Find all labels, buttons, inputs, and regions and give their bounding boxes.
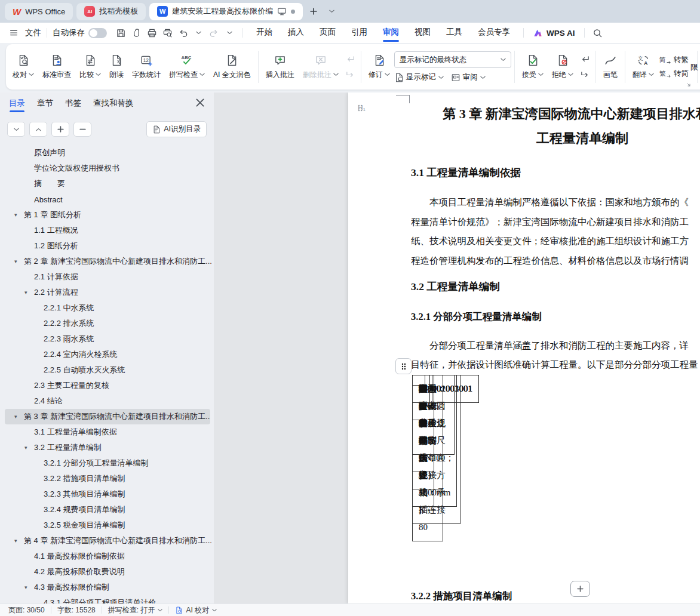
next-change-icon[interactable] <box>580 70 590 80</box>
outline-item[interactable]: 2.2.5 自动喷水灭火系统 <box>0 362 211 378</box>
previous-change-icon[interactable] <box>580 54 590 64</box>
outline-item[interactable]: 2.2.4 室内消火栓系统 <box>0 347 211 362</box>
outline-item[interactable]: ▾第 2 章 新津宝湾国际物流中心新建项目排水和消防工... <box>0 254 211 269</box>
outline-item[interactable]: 2.2.1 中水系统 <box>0 300 211 316</box>
redo-chevron[interactable] <box>222 25 237 41</box>
menu-item[interactable]: 引用 <box>343 23 375 43</box>
read-aloud-button[interactable]: 朗读 <box>105 52 128 82</box>
review-pane-button[interactable]: 审阅 <box>451 72 486 82</box>
standard-review-button[interactable]: 标准审查 <box>38 52 75 82</box>
outline-item[interactable]: 摘 要 <box>0 176 211 192</box>
tab-chapters[interactable]: 章节 <box>37 93 53 115</box>
new-tab-button[interactable] <box>306 4 321 19</box>
accept-button[interactable]: 接受 <box>518 52 548 82</box>
outline-item[interactable]: 3.2.3 其他项目清单编制 <box>0 486 211 502</box>
outline-item[interactable]: 1.1 工程概况 <box>0 223 211 238</box>
outline-item[interactable]: 1.2 图纸分析 <box>0 238 211 254</box>
menu-item[interactable]: 开始 <box>248 23 280 43</box>
collapse-all-button[interactable] <box>29 122 47 137</box>
outline-item[interactable]: ▾第 4 章 新津宝湾国际物流中心新建项目排水和消防工... <box>0 533 211 549</box>
tab-list-chevron[interactable] <box>324 4 339 19</box>
search-icon[interactable] <box>590 25 606 41</box>
ai-polish-button[interactable]: AI 全文润色 <box>209 52 255 82</box>
proofread-button[interactable]: 校对 <box>8 52 38 82</box>
ink-brush-button[interactable]: 画笔 <box>599 52 622 82</box>
collapse-arrow-icon[interactable]: ▾ <box>14 258 24 264</box>
spell-check-button[interactable]: ABC 拼写检查 <box>165 52 209 82</box>
share-screen-icon[interactable] <box>277 7 287 16</box>
outline-item[interactable]: 2.3 主要工程量的复核 <box>0 378 211 393</box>
collapse-arrow-icon[interactable]: ▾ <box>14 212 24 218</box>
zoom-out-outline-button[interactable] <box>73 122 91 137</box>
menu-item[interactable]: 视图 <box>407 23 438 43</box>
outline-item[interactable]: 3.2.5 税金项目清单编制 <box>0 518 211 533</box>
show-markup-button[interactable]: 显示标记 <box>394 72 444 82</box>
reject-button[interactable]: 拒绝 <box>548 52 578 82</box>
outline-item[interactable]: 3.2.1 分部分项工程量清单编制 <box>0 455 211 471</box>
outline-item[interactable]: 2.1 计算依据 <box>0 269 211 285</box>
menu-item[interactable]: 页面 <box>312 23 343 43</box>
markup-state-select[interactable]: 显示标记的最终状态 <box>394 51 511 68</box>
undo-chevron[interactable] <box>191 25 206 41</box>
autosave-toggle[interactable] <box>88 28 107 38</box>
table-drag-handle[interactable] <box>395 358 412 374</box>
simplified-to-traditional-button[interactable]: 简 转繁 <box>659 55 689 65</box>
undo-icon[interactable] <box>175 25 191 41</box>
restrict-edit-button-partial[interactable]: 限 <box>690 62 698 73</box>
insert-comment-button[interactable]: 插入批注 <box>262 52 299 82</box>
outline-item[interactable]: 3.2.4 规费项目清单编制 <box>0 502 211 518</box>
outline-item[interactable]: ▾4.3 最高投标限价编制 <box>0 580 211 595</box>
outline-item[interactable]: 4.1 最高投标限价编制依据 <box>0 549 211 564</box>
collapse-arrow-icon[interactable]: ▾ <box>14 538 24 544</box>
outline-item[interactable]: 3.1 工程量清单编制依据 <box>0 424 211 440</box>
menu-item[interactable]: 插入 <box>280 23 312 43</box>
tab-docer-templates[interactable]: AI 找稻壳模板 <box>76 3 146 20</box>
tab-outline[interactable]: 目录 <box>9 93 25 115</box>
zoom-in-outline-button[interactable] <box>51 122 69 137</box>
tab-bookmarks[interactable]: 书签 <box>65 93 81 115</box>
outline-item[interactable]: 4.3.1 分部分项工程项目清单计价 <box>0 595 211 604</box>
outline-item[interactable]: ▾第 1 章 图纸分析 <box>0 207 211 223</box>
menu-item[interactable]: 审阅 <box>375 23 407 43</box>
heading-level-tag[interactable]: H₁ <box>358 104 363 112</box>
outline-item[interactable]: ▾第 3 章 新津宝湾国际物流中心新建项目排水和消防工... <box>5 409 210 424</box>
group-expand-icon[interactable] <box>686 82 691 87</box>
ai-proofread-status[interactable]: AI 校对 <box>175 605 217 615</box>
collapse-arrow-icon[interactable]: ▾ <box>14 414 24 420</box>
outline-item[interactable]: 原创声明 <box>0 145 211 161</box>
document-page[interactable]: H₁ 第 3 章 新津宝湾国际物流中心新建项目排水和消 工程量清单编制 3.1 … <box>348 93 700 604</box>
menu-item[interactable]: 工具 <box>438 23 470 43</box>
traditional-to-simplified-button[interactable]: 繁 转简 <box>659 69 689 79</box>
table-add-row-button[interactable] <box>570 581 590 597</box>
tab-find-replace[interactable]: 查找和替换 <box>93 93 134 115</box>
close-sidebar-icon[interactable] <box>196 98 204 107</box>
hamburger-icon[interactable] <box>6 25 22 41</box>
outline-item[interactable]: Abstract <box>0 192 211 207</box>
collapse-arrow-icon[interactable]: ▾ <box>24 584 34 590</box>
collapse-arrow-icon[interactable]: ▾ <box>24 445 34 451</box>
word-count-indicator[interactable]: 字数: 15528 <box>57 605 96 615</box>
page-indicator[interactable]: 页面: 30/50 <box>8 605 45 615</box>
spell-check-status[interactable]: 拼写检查: 打开 <box>108 605 163 615</box>
ai-recognize-outline-button[interactable]: AI识别目录 <box>146 121 207 137</box>
collapse-arrow-icon[interactable]: ▾ <box>24 289 34 295</box>
save-icon[interactable] <box>113 25 128 41</box>
print-icon[interactable] <box>144 25 159 41</box>
tab-wps-office[interactable]: W WPS Office <box>5 3 73 20</box>
tab-current-document[interactable]: W 建筑安装工程最高投标限价编 <box>149 3 303 20</box>
word-count-button[interactable]: 12 字数统计 <box>128 52 165 82</box>
menu-item[interactable]: 会员专享 <box>470 23 518 43</box>
track-changes-button[interactable]: 修订 <box>364 52 394 82</box>
expand-all-button[interactable] <box>7 122 25 137</box>
outline-item[interactable]: 2.4 结论 <box>0 393 211 409</box>
outline-item[interactable]: 2.2.2 排水系统 <box>0 316 211 331</box>
outline-item[interactable]: 4.2 最高投标限价取费说明 <box>0 564 211 580</box>
export-pdf-icon[interactable] <box>128 25 144 41</box>
file-menu[interactable]: 文件 <box>25 27 41 38</box>
compare-button[interactable]: 比较 <box>75 52 105 82</box>
print-preview-icon[interactable] <box>159 25 175 41</box>
translate-button[interactable]: 文A 翻译 <box>628 52 658 82</box>
wps-ai-button[interactable]: WPS AI <box>529 28 579 38</box>
outline-item[interactable]: 3.2.2 措施项目清单编制 <box>0 471 211 486</box>
outline-item[interactable]: ▾2.2 计算流程 <box>0 285 211 300</box>
